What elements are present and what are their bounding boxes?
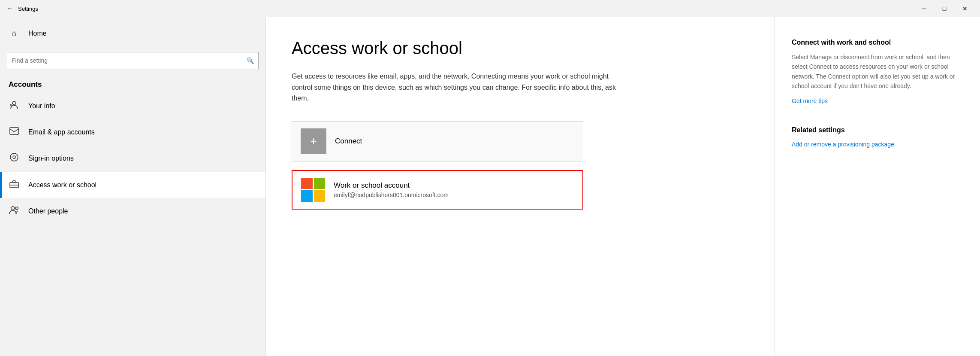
briefcase-icon (9, 180, 20, 190)
close-button[interactable]: ✕ (955, 2, 975, 15)
other-people-label: Other people (28, 207, 68, 215)
microsoft-logo (301, 178, 325, 202)
ms-logo-blue (301, 190, 313, 202)
connect-label: Connect (335, 137, 362, 146)
titlebar-left: ← Settings (7, 5, 38, 12)
svg-point-4 (10, 153, 18, 161)
account-info: Work or school account emilyf@nodpublish… (334, 181, 449, 198)
main-content: Access work or school Get access to reso… (266, 17, 774, 356)
sidebar-item-other-people[interactable]: Other people (0, 198, 265, 224)
sidebar-item-access-work-school[interactable]: Access work or school (0, 172, 265, 198)
svg-point-0 (12, 101, 16, 105)
accounts-section-label: Accounts (0, 76, 265, 92)
search-input[interactable] (12, 57, 247, 64)
your-info-label: Your info (28, 102, 55, 110)
sign-in-icon (9, 152, 20, 164)
access-work-school-label: Access work or school (28, 181, 96, 189)
titlebar-title: Settings (18, 6, 38, 12)
ms-logo-red (301, 178, 313, 189)
email-icon (9, 127, 20, 137)
sidebar-item-home[interactable]: ⌂ Home (0, 21, 265, 46)
svg-point-9 (15, 207, 18, 210)
search-icon: 🔍 (247, 57, 254, 64)
related-settings-label: Related settings (792, 126, 963, 134)
svg-point-8 (11, 207, 15, 210)
page-description: Get access to resources like email, apps… (292, 71, 626, 104)
connect-plus-icon: + (301, 128, 326, 154)
search-box: 🔍 (7, 52, 259, 69)
email-app-accounts-label: Email & app accounts (28, 128, 95, 136)
minimize-button[interactable]: ─ (914, 2, 934, 15)
connect-button[interactable]: + Connect (292, 121, 583, 161)
ms-logo-yellow (314, 190, 326, 202)
titlebar: ← Settings ─ □ ✕ (0, 0, 980, 17)
sidebar: ⌂ Home 🔍 Accounts Your info (0, 17, 266, 356)
back-icon[interactable]: ← (7, 5, 14, 12)
ms-logo-green (314, 178, 326, 189)
sign-in-options-label: Sign-in options (28, 155, 74, 162)
get-more-tips-link[interactable]: Get more tips (792, 97, 828, 104)
account-name: Work or school account (334, 181, 449, 190)
right-panel: Connect with work and school Select Mana… (774, 17, 980, 356)
app-body: ⌂ Home 🔍 Accounts Your info (0, 17, 980, 356)
account-card[interactable]: Work or school account emilyf@nodpublish… (292, 170, 583, 210)
sidebar-item-email-app-accounts[interactable]: Email & app accounts (0, 119, 265, 145)
sidebar-item-sign-in-options[interactable]: Sign-in options (0, 145, 265, 172)
add-remove-provisioning-link[interactable]: Add or remove a provisioning package (792, 141, 894, 148)
your-info-icon (9, 100, 20, 112)
home-icon: ⌂ (9, 28, 20, 38)
svg-point-5 (13, 156, 15, 158)
other-people-icon (9, 206, 20, 216)
page-title: Access work or school (292, 39, 748, 58)
sidebar-item-your-info[interactable]: Your info (0, 92, 265, 119)
maximize-button[interactable]: □ (935, 2, 954, 15)
connect-section-text: Select Manage or disconnect from work or… (792, 52, 963, 91)
account-email: emilyf@nodpublishers001.onmicrosoft.com (334, 192, 449, 198)
connect-section-title: Connect with work and school (792, 39, 963, 46)
sidebar-item-home-label: Home (28, 30, 47, 37)
svg-rect-3 (10, 128, 18, 134)
titlebar-controls: ─ □ ✕ (914, 2, 975, 15)
